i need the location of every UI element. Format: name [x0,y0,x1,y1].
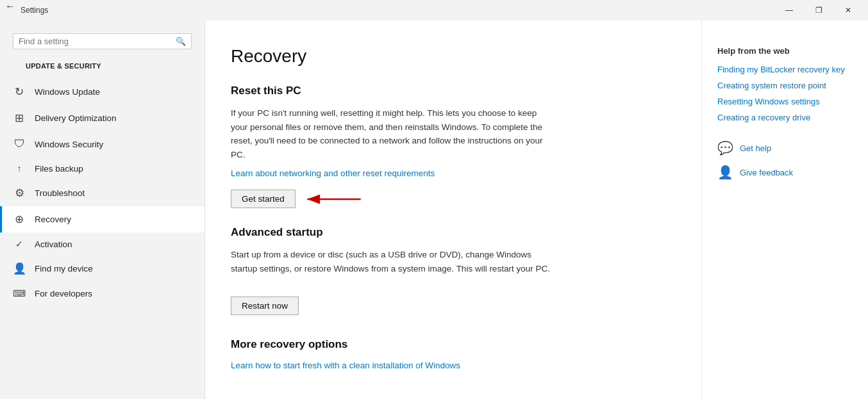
sidebar-item-label: Windows Security [35,140,103,149]
help-link-restore-point[interactable]: Creating system restore point [717,81,853,90]
title-bar: ← Settings — ❐ ✕ [0,0,868,20]
sidebar: 🔍 Update & Security ↻ Windows Update ⊞ D… [0,20,205,399]
sidebar-item-label: Find my device [35,264,93,273]
troubleshoot-icon: ⚙ [13,186,26,200]
search-icon: 🔍 [176,37,186,46]
get-help-icon: 💬 [717,140,733,156]
restore-button[interactable]: ❐ [804,0,833,20]
sidebar-item-activation[interactable]: ✓ Activation [0,232,204,256]
sidebar-item-windows-security[interactable]: 🛡 Windows Security [0,131,204,157]
files-backup-icon: ↑ [13,163,26,174]
give-feedback-icon: 👤 [717,165,733,180]
restart-now-button[interactable]: Restart now [231,297,299,315]
more-section-link[interactable]: Learn how to start fresh with a clean in… [231,361,460,370]
sidebar-item-label: Delivery Optimization [35,113,117,123]
sidebar-item-label: For developers [35,289,92,298]
give-feedback-label: Give feedback [740,168,793,177]
back-icon: ← [5,1,15,12]
get-help-label: Get help [740,143,771,153]
sidebar-item-delivery-optimization[interactable]: ⊞ Delivery Optimization [0,105,204,131]
get-started-container: Get started [231,190,296,208]
advanced-section-desc: Start up from a device or disc (such as … [231,248,551,275]
sidebar-item-recovery[interactable]: ⊕ Recovery [0,206,204,232]
page-title: Recovery [231,46,669,67]
windows-update-icon: ↻ [13,85,26,99]
get-started-button[interactable]: Get started [231,190,296,208]
nav-list: ↻ Windows Update ⊞ Delivery Optimization… [0,79,204,305]
sidebar-item-for-developers[interactable]: ⌨ For developers [0,282,204,305]
help-title: Help from the web [717,46,853,56]
main-content: Recovery Reset this PC If your PC isn't … [205,20,701,399]
find-device-icon: 👤 [13,262,26,275]
annotation-arrow [302,186,366,212]
reset-section-title: Reset this PC [231,85,669,97]
app-container: 🔍 Update & Security ↻ Windows Update ⊞ D… [0,20,868,399]
window-controls: — ❐ ✕ [774,0,863,20]
sidebar-item-find-my-device[interactable]: 👤 Find my device [0,256,204,282]
sidebar-item-label: Recovery [35,215,71,224]
give-feedback-action[interactable]: 👤 Give feedback [717,165,853,180]
developers-icon: ⌨ [13,288,26,298]
reset-section-desc: If your PC isn't running well, resetting… [231,106,551,161]
close-button[interactable]: ✕ [833,0,863,20]
section-label: Update & Security [13,58,192,72]
back-button[interactable]: ← [5,1,15,12]
sidebar-item-label: Activation [35,240,72,249]
sidebar-header: 🔍 Update & Security [0,20,204,79]
advanced-section-title: Advanced startup [231,226,669,239]
recovery-icon: ⊕ [13,213,26,226]
minimize-button[interactable]: — [774,0,804,20]
more-section: More recovery options Learn how to start… [231,338,669,382]
sidebar-item-troubleshoot[interactable]: ⚙ Troubleshoot [0,180,204,206]
sidebar-item-label: Troubleshoot [35,188,85,198]
sidebar-item-label: Files backup [35,164,83,174]
sidebar-item-windows-update[interactable]: ↻ Windows Update [0,79,204,105]
right-panel: Help from the web Finding my BitLocker r… [701,20,868,399]
sidebar-item-files-backup[interactable]: ↑ Files backup [0,157,204,180]
search-input[interactable] [19,37,176,46]
advanced-section: Advanced startup Start up from a device … [231,226,669,314]
activation-icon: ✓ [13,239,26,249]
delivery-optimization-icon: ⊞ [13,111,26,125]
reset-learn-link[interactable]: Learn about networking and other reset r… [231,168,435,178]
help-link-bitlocker[interactable]: Finding my BitLocker recovery key [717,65,853,74]
windows-security-icon: 🛡 [13,138,26,151]
help-link-recovery-drive[interactable]: Creating a recovery drive [717,113,853,122]
app-title-bar: Settings [21,6,48,15]
more-section-title: More recovery options [231,338,669,351]
get-help-action[interactable]: 💬 Get help [717,140,853,156]
sidebar-item-label: Windows Update [35,87,100,97]
help-link-reset-windows[interactable]: Resetting Windows settings [717,97,853,106]
title-bar-left: ← Settings [5,1,48,20]
search-box[interactable]: 🔍 [13,33,192,49]
reset-section: Reset this PC If your PC isn't running w… [231,85,669,208]
